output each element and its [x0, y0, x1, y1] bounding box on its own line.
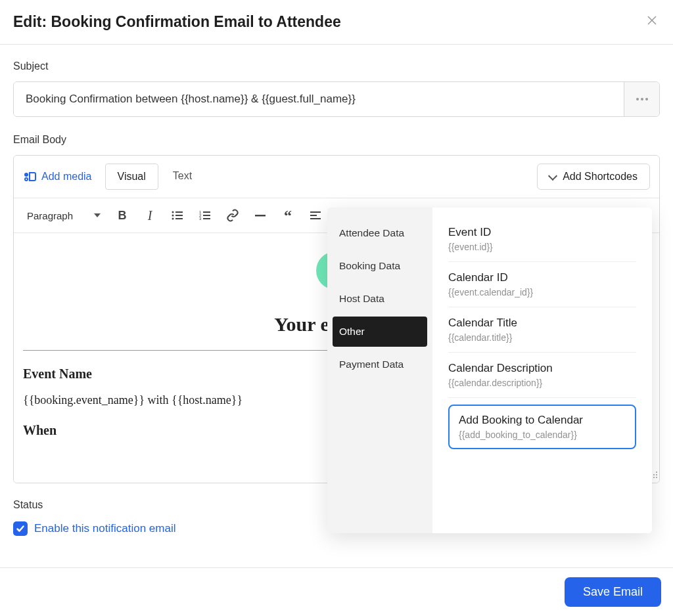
add-shortcodes-button[interactable]: Add Shortcodes [537, 164, 650, 190]
svg-rect-13 [203, 215, 210, 216]
svg-point-3 [25, 178, 28, 181]
svg-point-21 [653, 474, 655, 475]
svg-point-2 [24, 173, 28, 177]
shortcode-item-title: Calendar Title [448, 317, 636, 330]
link-button[interactable] [220, 204, 245, 227]
more-icon [636, 98, 648, 100]
shortcode-item-title: Add Booking to Calendar [459, 414, 626, 427]
svg-point-6 [172, 215, 174, 217]
shortcode-item-title: Calendar ID [448, 271, 636, 284]
shortcode-categories: Attendee Data Booking Data Host Data Oth… [327, 208, 432, 533]
modal-header: Edit: Booking Confirmation Email to Atte… [0, 0, 673, 45]
svg-rect-7 [175, 215, 183, 216]
shortcode-category-payment[interactable]: Payment Data [333, 349, 427, 380]
svg-rect-5 [175, 211, 183, 213]
modal-footer: Save Email [0, 567, 673, 616]
editor-tabs: Visual Text [105, 164, 204, 190]
svg-rect-11 [203, 211, 210, 213]
body-label: Email Body [13, 134, 660, 146]
quote-button[interactable]: “ [275, 204, 300, 227]
svg-rect-18 [310, 215, 317, 216]
media-icon [23, 171, 36, 183]
numbered-list-button[interactable]: 123 [193, 204, 218, 227]
enable-notification-label[interactable]: Enable this notification email [34, 522, 175, 535]
subject-more-button[interactable] [624, 82, 659, 116]
svg-point-20 [656, 472, 657, 473]
subject-row [13, 81, 660, 117]
svg-rect-16 [255, 215, 266, 217]
svg-point-25 [656, 477, 657, 478]
chevron-down-icon [548, 171, 557, 180]
shortcode-item-code: {{add_booking_to_calendar}} [459, 429, 626, 440]
shortcode-item-calendar-title[interactable]: Calendar Title {{calendar.title}} [448, 307, 636, 353]
svg-rect-15 [203, 218, 210, 219]
svg-rect-9 [175, 218, 183, 219]
add-media-button[interactable]: Add media [23, 171, 92, 183]
shortcode-item-add-booking-to-calendar[interactable]: Add Booking to Calendar {{add_booking_to… [448, 405, 636, 449]
shortcode-item-event-id[interactable]: Event ID {{event.id}} [448, 217, 636, 262]
shortcode-item-code: {{calendar.title}} [448, 332, 636, 343]
tab-visual[interactable]: Visual [105, 164, 158, 190]
enable-notification-checkbox[interactable] [13, 521, 28, 536]
add-media-label: Add media [41, 171, 92, 183]
svg-point-8 [172, 218, 174, 220]
bold-button[interactable]: B [110, 204, 135, 227]
shortcode-item-calendar-description[interactable]: Calendar Description {{calendar.descript… [448, 353, 636, 398]
shortcode-item-code: {{calendar.description}} [448, 378, 636, 388]
svg-text:3: 3 [199, 217, 202, 221]
editor-toolbar-top: Add media Visual Text Add Shortcodes [14, 156, 659, 198]
tab-text[interactable]: Text [161, 164, 204, 190]
shortcode-item-calendar-id[interactable]: Calendar ID {{event.calendar_id}} [448, 262, 636, 307]
svg-rect-19 [310, 218, 321, 219]
svg-point-24 [653, 477, 655, 478]
shortcode-item-title: Calendar Description [448, 362, 636, 375]
shortcodes-popover: Attendee Data Booking Data Host Data Oth… [327, 208, 652, 533]
format-select[interactable]: Paragraph [20, 206, 107, 225]
subject-input[interactable] [14, 82, 624, 116]
svg-point-4 [172, 211, 174, 213]
close-icon[interactable] [647, 15, 657, 29]
shortcode-item-code: {{event.calendar_id}} [448, 287, 636, 297]
dropdown-caret-icon [94, 213, 101, 217]
svg-point-22 [656, 474, 657, 475]
shortcode-category-host[interactable]: Host Data [333, 284, 427, 314]
shortcode-items: Event ID {{event.id}} Calendar ID {{even… [432, 208, 652, 533]
svg-rect-17 [310, 211, 321, 213]
modal-title: Edit: Booking Confirmation Email to Atte… [13, 13, 341, 31]
subject-label: Subject [13, 60, 660, 72]
format-select-label: Paragraph [27, 210, 73, 221]
italic-button[interactable]: I [137, 204, 162, 227]
shortcode-category-booking[interactable]: Booking Data [333, 251, 427, 281]
shortcode-item-code: {{event.id}} [448, 242, 636, 252]
save-email-button[interactable]: Save Email [565, 577, 661, 607]
bullet-list-button[interactable] [165, 204, 190, 227]
shortcode-item-title: Event ID [448, 226, 636, 239]
add-shortcodes-label: Add Shortcodes [563, 171, 638, 183]
hr-button[interactable] [248, 204, 273, 227]
align-button[interactable] [303, 204, 328, 227]
shortcode-category-attendee[interactable]: Attendee Data [333, 218, 427, 248]
shortcode-category-other[interactable]: Other [333, 317, 427, 347]
